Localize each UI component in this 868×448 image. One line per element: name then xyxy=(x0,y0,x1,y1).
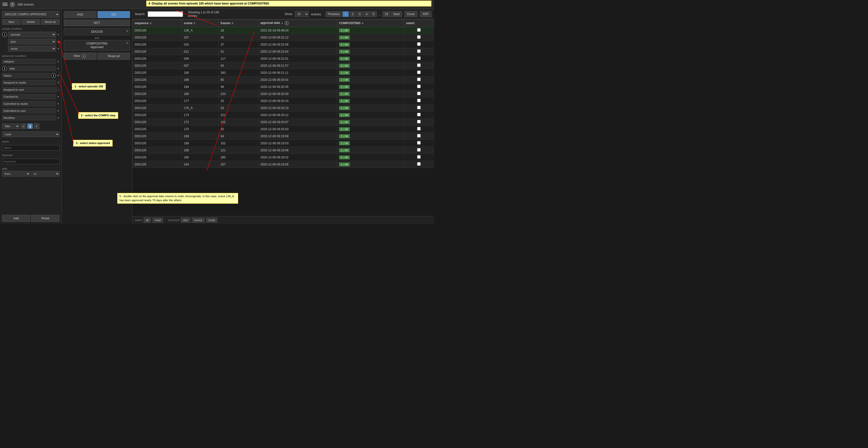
row-checkbox[interactable] xyxy=(417,70,421,74)
keyword-input[interactable] xyxy=(2,159,60,164)
row-checkbox[interactable] xyxy=(417,162,421,166)
row-checkbox[interactable] xyxy=(417,77,421,81)
cell-select[interactable] xyxy=(404,133,434,140)
cell-select[interactable] xyxy=(404,104,434,111)
page-3-button[interactable]: 3 xyxy=(356,11,363,17)
cell-status: 2 | OK xyxy=(337,27,404,34)
cell-select[interactable] xyxy=(404,48,434,55)
next-button[interactable]: Next xyxy=(391,11,402,17)
cell-select[interactable] xyxy=(404,118,434,126)
visu-button[interactable]: visu xyxy=(181,217,190,222)
reset-all-button[interactable]: Reset all xyxy=(41,19,60,25)
episode-select[interactable]: episode xyxy=(8,32,56,37)
reuse-select[interactable]: reuse xyxy=(8,46,56,51)
close-condition-2[interactable]: ✕ xyxy=(126,41,128,45)
cell-approval-date: 2020-12-08 09:22:01 xyxy=(258,55,337,62)
new-button[interactable]: New xyxy=(2,19,21,25)
row-checkbox[interactable] xyxy=(417,99,421,102)
row-checkbox[interactable] xyxy=(417,49,421,53)
take-select[interactable]: Take xyxy=(2,124,20,129)
row-checkbox[interactable] xyxy=(417,57,421,60)
condition-1-text: DDG105 xyxy=(91,30,103,34)
cell-select[interactable] xyxy=(404,147,434,154)
table-row: DDG105 165 285 2020-12-08 09:19:32 2 | O… xyxy=(132,154,434,161)
cell-scene: 176_A xyxy=(182,104,218,111)
row-checkbox[interactable] xyxy=(417,42,421,46)
view-button[interactable]: View 4 xyxy=(64,53,96,60)
row-checkbox[interactable] xyxy=(417,127,421,131)
row-checkbox[interactable] xyxy=(417,120,421,124)
reset-button[interactable]: Reset xyxy=(31,215,60,222)
col-sequence[interactable]: sequence ⇅ xyxy=(132,20,182,27)
delete-button[interactable]: Delete xyxy=(22,19,40,25)
row-checkbox[interactable] xyxy=(417,84,421,88)
page-4-button[interactable]: 4 xyxy=(364,11,370,17)
row-checkbox[interactable] xyxy=(417,28,421,32)
take-next-btn[interactable]: > xyxy=(34,124,39,129)
page-10-button[interactable]: 10 xyxy=(382,11,391,17)
menu-icon[interactable] xyxy=(2,3,7,6)
page-1-button[interactable]: 1 xyxy=(342,11,349,17)
cell-select[interactable] xyxy=(404,91,434,98)
cell-select[interactable] xyxy=(404,83,434,91)
reset-all-mid-button[interactable]: Reset all xyxy=(97,53,130,60)
or-button[interactable]: OR xyxy=(97,11,130,18)
col-compositing[interactable]: COMPOSITING ⇅ xyxy=(337,20,404,27)
cell-select[interactable] xyxy=(404,98,434,104)
select-all-button[interactable]: all xyxy=(144,217,151,222)
row-checkbox[interactable] xyxy=(417,134,421,138)
cell-select[interactable] xyxy=(404,41,434,48)
help-button[interactable]: ? xyxy=(9,2,15,7)
row-checkbox[interactable] xyxy=(417,35,421,39)
row-checkbox[interactable] xyxy=(417,113,421,116)
table-row: DDG105 016 37 2020-12-08 09:22:08 2 | OK xyxy=(132,41,434,48)
cell-select[interactable] xyxy=(404,161,434,168)
page-2-button[interactable]: 2 xyxy=(349,11,356,17)
cell-scene: 169 xyxy=(182,133,218,140)
preset-select[interactable]: DDG105 COMPO APPROVED xyxy=(2,11,60,18)
cell-select[interactable] xyxy=(404,154,434,161)
type-select[interactable]: type xyxy=(8,39,56,44)
row-checkbox[interactable] xyxy=(417,148,421,151)
condition-2-line1: COMPOSITING xyxy=(86,42,107,45)
row-checkbox[interactable] xyxy=(417,106,421,109)
pdf-button[interactable]: PDF xyxy=(420,11,432,17)
prev-button[interactable]: Previous xyxy=(326,11,342,17)
cell-select[interactable] xyxy=(404,34,434,41)
close-condition-1[interactable]: ✕ xyxy=(126,29,128,33)
cell-select[interactable] xyxy=(404,62,434,69)
cell-select[interactable] xyxy=(404,111,434,118)
col-scene[interactable]: scene ⇅ xyxy=(182,20,218,27)
not-button[interactable]: NOT xyxy=(64,20,130,26)
cell-select[interactable] xyxy=(404,69,434,76)
source-button[interactable]: source xyxy=(192,217,205,222)
and-button[interactable]: AND xyxy=(64,11,96,18)
take-mid-btn[interactable]: ▮ xyxy=(27,124,33,129)
date-to-select[interactable]: to... xyxy=(31,171,60,176)
cell-select[interactable] xyxy=(404,55,434,62)
select-reset-button[interactable]: reset xyxy=(153,217,163,222)
excel-button[interactable]: Excel xyxy=(404,11,417,17)
table-row: DDG105 166 121 2020-12-08 09:19:48 2 | O… xyxy=(132,147,434,154)
cell-select[interactable] xyxy=(404,126,434,133)
search-input[interactable] xyxy=(148,11,183,17)
date-from-select[interactable]: from... xyxy=(2,171,30,176)
row-checkbox[interactable] xyxy=(417,92,421,95)
add-button[interactable]: Add xyxy=(2,215,30,222)
page-5-button[interactable]: 5 xyxy=(371,11,377,17)
col-approval-date[interactable]: approval date ▲ 5 xyxy=(258,20,337,27)
col-frames[interactable]: frames ⇅ xyxy=(218,20,258,27)
row-checkbox[interactable] xyxy=(417,64,421,67)
show-entries-select[interactable]: 20 xyxy=(295,11,309,17)
cell-select[interactable] xyxy=(404,76,434,83)
cell-select[interactable] xyxy=(404,140,434,147)
layer-select[interactable]: Layer xyxy=(2,132,60,137)
name-input[interactable] xyxy=(2,145,60,150)
table-row: DDG105 170 45 2020-12-08 09:20:03 2 | OK xyxy=(132,126,434,133)
take-prev-btn[interactable]: < xyxy=(21,124,26,129)
row-checkbox[interactable] xyxy=(417,141,421,144)
script-button[interactable]: script xyxy=(206,217,217,222)
cell-select[interactable] xyxy=(404,27,434,34)
ellipsis: ... xyxy=(377,12,382,16)
row-checkbox[interactable] xyxy=(417,155,421,159)
